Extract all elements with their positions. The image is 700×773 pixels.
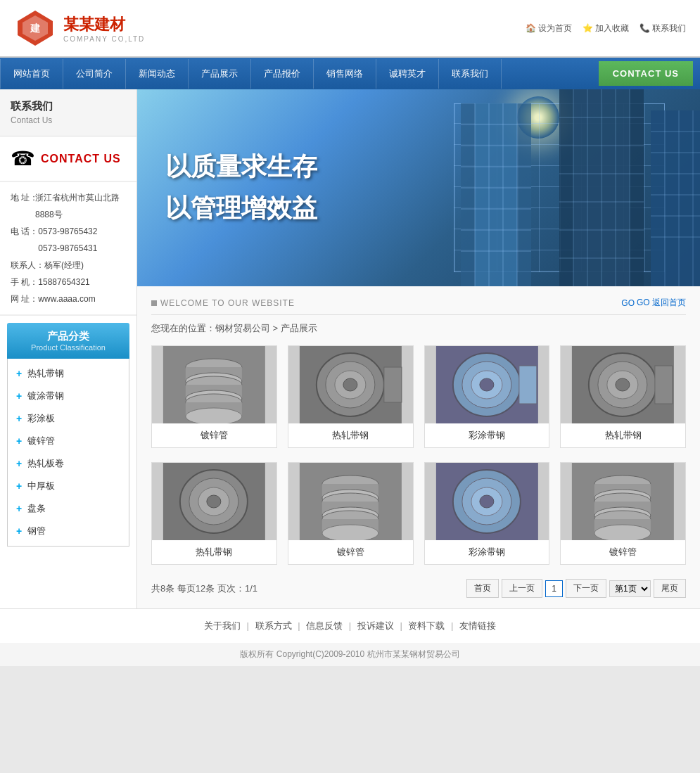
page-number: 1 [545, 580, 563, 597]
category-item-3[interactable]: + 镀锌管 [8, 430, 129, 452]
category-sub: Product Classification [14, 343, 122, 352]
product-card-3[interactable]: 热轧带钢 [560, 345, 686, 448]
product-img-3 [561, 346, 685, 423]
footer-link-3[interactable]: 投诉建议 [357, 620, 394, 631]
footer-link-5[interactable]: 友情链接 [459, 620, 496, 631]
breadcrumb-left: WELCOME TO OUR WEBSITE [151, 298, 295, 308]
category-item-5[interactable]: + 中厚板 [8, 475, 129, 497]
nav-item-contact[interactable]: 联系我们 [439, 59, 502, 89]
prev-page-button[interactable]: 上一页 [502, 579, 542, 598]
banner-line1: 以质量求生存 [165, 150, 317, 184]
product-name-5: 镀锌管 [288, 540, 413, 564]
nav-item-news[interactable]: 新闻动态 [126, 59, 189, 89]
mobile: 15887654321 [38, 274, 89, 290]
svg-point-81 [322, 525, 378, 540]
product-img-0 [152, 346, 276, 423]
nav-items: 网站首页 公司简介 新闻动态 产品展示 产品报价 销售网络 诚聘英才 联系我们 [0, 59, 592, 89]
return-link[interactable]: GO GO 返回首页 [621, 297, 686, 309]
sidebar: 联系我们 Contact Us ☎ CONTACT US 地 址： 浙江省杭州市… [0, 89, 137, 608]
nav-item-recruit[interactable]: 诚聘英才 [376, 59, 439, 89]
nav-item-network[interactable]: 销售网络 [314, 59, 376, 89]
website-row: 网 址： www.aaaa.com [11, 290, 126, 307]
content-area: 以质量求生存 以管理增效益 [137, 89, 700, 608]
category-item-1[interactable]: + 镀涂带钢 [8, 385, 129, 407]
footer-link-0[interactable]: 关于我们 [204, 620, 241, 631]
svg-text:建: 建 [30, 23, 40, 34]
product-card-2[interactable]: 彩涂带钢 [424, 345, 550, 448]
breadcrumb-dot [151, 300, 157, 306]
phone-icon: 📞 [639, 23, 650, 33]
banner-text: 以质量求生存 以管理增效益 [165, 150, 317, 226]
address-value: 浙江省杭州市莫山北路8888号 [35, 189, 126, 223]
product-img-1 [288, 346, 413, 423]
contact-link[interactable]: 📞 联系我们 [639, 23, 686, 34]
product-card-6[interactable]: 彩涂带钢 [424, 462, 550, 565]
product-img-5 [288, 463, 413, 540]
contact-info: 地 址： 浙江省杭州市莫山北路8888号 电 话： 0573-98765432 … [0, 182, 136, 316]
logo-icon: 建 [14, 7, 56, 49]
product-name-3: 热轧带钢 [561, 423, 685, 447]
go-icon: GO [621, 298, 635, 308]
svg-point-59 [479, 378, 493, 391]
page-select[interactable]: 第1页 [609, 580, 651, 597]
website: www.aaaa.com [38, 290, 95, 307]
add-favorite-link[interactable]: ⭐ 加入收藏 [583, 23, 629, 34]
first-page-button[interactable]: 首页 [466, 579, 499, 598]
product-card-5[interactable]: 镀锌管 [288, 462, 414, 565]
svg-point-86 [479, 495, 493, 508]
logo-area: 建 某某建材 COMPANY CO,LTD [14, 7, 145, 49]
product-name-6: 彩涂带钢 [425, 540, 549, 564]
product-card-4[interactable]: 热轧带钢 [151, 462, 277, 565]
product-grid-row1: 镀锌管 热轧带钢 [151, 345, 686, 448]
main-container: 联系我们 Contact Us ☎ CONTACT US 地 址： 浙江省杭州市… [0, 89, 700, 608]
category-item-2[interactable]: + 彩涂板 [8, 407, 129, 430]
category-item-0[interactable]: + 热轧带钢 [8, 362, 129, 385]
banner: 以质量求生存 以管理增效益 [137, 89, 700, 286]
product-card-0[interactable]: 镀锌管 [151, 345, 277, 448]
company-name: 某某建材 [63, 14, 145, 35]
product-card-1[interactable]: 热轧带钢 [288, 345, 414, 448]
svg-point-53 [343, 378, 357, 391]
category-item-6[interactable]: + 盘条 [8, 497, 129, 520]
product-section: WELCOME TO OUR WEBSITE GO GO 返回首页 您现在的位置… [137, 286, 700, 608]
banner-buildings [419, 89, 700, 286]
product-img-4 [152, 463, 276, 540]
star-icon: ⭐ [583, 23, 593, 33]
contact-person-row: 联系人： 杨军(经理) [11, 257, 126, 274]
sidebar-contact-title: 联系我们 [11, 100, 126, 113]
plus-icon-4: + [16, 458, 22, 469]
category-list: + 热轧带钢 + 镀涂带钢 + 彩涂板 + 镀锌管 + 热轧板卷 [7, 359, 129, 547]
phone2: 0573-98765431 [38, 243, 97, 253]
nav-item-home[interactable]: 网站首页 [0, 59, 63, 89]
product-img-2 [425, 346, 549, 423]
footer-copyright: 版权所有 Copyright(C)2009-2010 杭州市某某钢材贸易公司 [0, 643, 700, 666]
next-page-button[interactable]: 下一页 [566, 579, 606, 598]
company-sub: COMPANY CO,LTD [63, 35, 145, 43]
last-page-button[interactable]: 尾页 [654, 579, 686, 598]
contact-us-text: CONTACT US [41, 153, 121, 165]
nav-item-products[interactable]: 产品展示 [189, 59, 251, 89]
set-homepage-link[interactable]: 🏠 设为首页 [526, 23, 572, 34]
contact-us-button[interactable]: CONTACT US [599, 61, 693, 86]
plus-icon-5: + [16, 480, 22, 492]
phone1: 0573-98765432 [38, 226, 97, 236]
footer-link-2[interactable]: 信息反馈 [306, 620, 343, 631]
plus-icon-1: + [16, 390, 22, 402]
svg-rect-66 [655, 366, 673, 404]
nav-item-price[interactable]: 产品报价 [251, 59, 314, 89]
product-name-1: 热轧带钢 [288, 423, 413, 447]
telephone-icon: ☎ [11, 147, 35, 170]
product-card-7[interactable]: 镀锌管 [560, 462, 686, 565]
footer-link-4[interactable]: 资料下载 [408, 620, 445, 631]
nav-item-about[interactable]: 公司简介 [63, 59, 126, 89]
address-row: 地 址： 浙江省杭州市莫山北路8888号 [11, 189, 126, 223]
category-title: 产品分类 [14, 330, 122, 343]
category-item-4[interactable]: + 热轧板卷 [8, 452, 129, 475]
home-icon: 🏠 [526, 23, 536, 33]
banner-line2: 以管理增效益 [165, 191, 317, 226]
footer-link-1[interactable]: 联系方式 [255, 620, 292, 631]
svg-point-48 [186, 408, 242, 423]
plus-icon-2: + [16, 413, 22, 424]
category-item-7[interactable]: + 钢管 [8, 520, 129, 542]
location-bar: 您现在的位置：钢材贸易公司 > 产品展示 [151, 322, 686, 335]
